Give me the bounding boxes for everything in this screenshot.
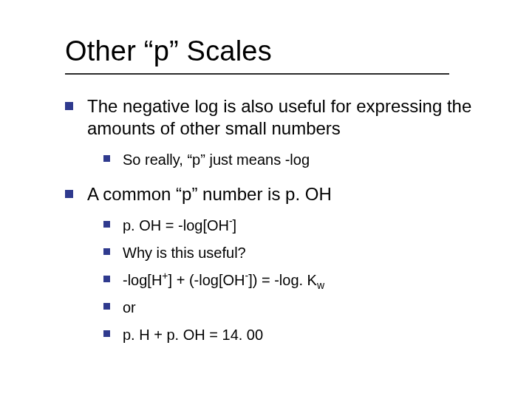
list-item: or bbox=[103, 298, 497, 318]
bullet-text: A common “p” number is p. OH bbox=[87, 184, 332, 204]
list-item: So really, “p” just means -log bbox=[103, 150, 497, 170]
title-underline bbox=[65, 73, 449, 75]
bullet-text: or bbox=[123, 299, 136, 316]
bullet-text: So really, “p” just means -log bbox=[123, 151, 310, 168]
bullet-list-level2: So really, “p” just means -log bbox=[103, 150, 497, 170]
list-item: p. OH = -log[OH-] bbox=[103, 216, 497, 236]
slide-title: Other “p” Scales bbox=[65, 35, 497, 67]
list-item: p. H + p. OH = 14. 00 bbox=[103, 325, 497, 345]
bullet-text: -log[H+] + (-log[OH-]) = -log. Kw bbox=[123, 272, 324, 288]
bullet-text: The negative log is also useful for expr… bbox=[87, 96, 471, 138]
bullet-list-level2: p. OH = -log[OH-] Why is this useful? -l… bbox=[103, 216, 497, 345]
slide: Other “p” Scales The negative log is als… bbox=[0, 0, 532, 399]
list-item: Why is this useful? bbox=[103, 243, 497, 263]
bullet-text: p. OH = -log[OH-] bbox=[123, 217, 236, 233]
list-item: -log[H+] + (-log[OH-]) = -log. Kw bbox=[103, 270, 497, 290]
list-item: A common “p” number is p. OH p. OH = -lo… bbox=[65, 183, 497, 345]
list-item: The negative log is also useful for expr… bbox=[65, 95, 497, 170]
bullet-text: Why is this useful? bbox=[123, 245, 246, 261]
bullet-list-level1: The negative log is also useful for expr… bbox=[65, 95, 497, 345]
bullet-text: p. H + p. OH = 14. 00 bbox=[123, 327, 263, 343]
